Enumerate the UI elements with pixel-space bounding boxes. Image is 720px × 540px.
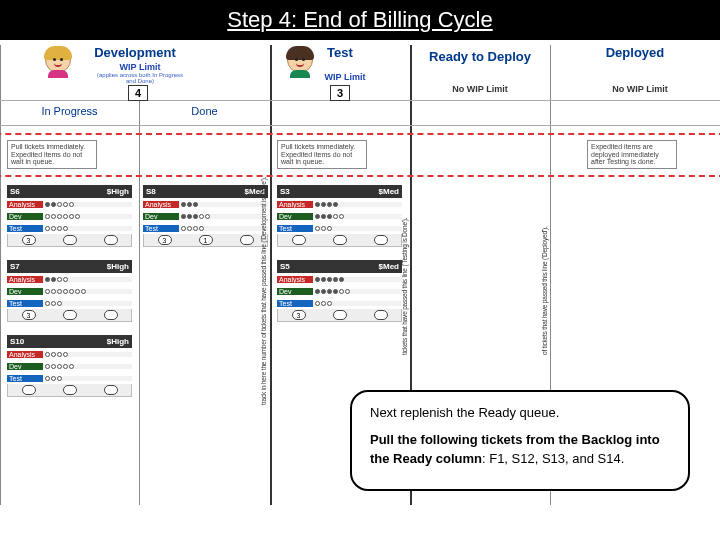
note-test-pull: Pull tickets immediately. Expedited item… <box>277 140 367 169</box>
card-s10-id: S10 <box>10 337 24 346</box>
card-s7: S7$High Analysis Dev Test 3 <box>7 260 132 322</box>
col-deployed: Deployed <box>550 45 720 60</box>
card-s3-id: S3 <box>280 187 290 196</box>
card-s5-est: $Med <box>379 262 399 271</box>
dev-wip-label: WIP Limit <box>110 62 170 72</box>
card-s8: S8$Med Analysis Dev Test 31 <box>143 185 268 247</box>
callout-line2: Pull the following tickets from the Back… <box>370 431 670 469</box>
note-dev-pull: Pull tickets immediately. Expedited item… <box>7 140 97 169</box>
avatar-dev <box>45 47 71 73</box>
card-s10-est: $High <box>107 337 129 346</box>
card-s7-id: S7 <box>10 262 20 271</box>
test-wip-label: WIP Limit <box>315 72 375 82</box>
board-area: Development WIP Limit (applies across bo… <box>0 40 720 540</box>
col-rtd: Ready to Deploy <box>410 50 550 64</box>
expedite-lane-top <box>0 133 720 135</box>
card-s5: S5$Med Analysis Dev Test 3 <box>277 260 402 322</box>
side-deployed: of tickets that have passed this line ('… <box>541 245 548 355</box>
col-test: Test <box>270 45 410 60</box>
slide: Step 4: End of Billing Cycle Development… <box>0 0 720 540</box>
dev-sub-done: Done <box>139 105 270 117</box>
card-s7-est: $High <box>107 262 129 271</box>
instruction-callout: Next replenish the Ready queue. Pull the… <box>350 390 690 491</box>
card-s6: S6$High Analysis Dev Test 3 <box>7 185 132 247</box>
col-development: Development <box>0 45 270 60</box>
slide-title: Step 4: End of Billing Cycle <box>227 7 492 33</box>
card-s8-id: S8 <box>146 187 156 196</box>
side-dev-done: track in here the number of tickets that… <box>260 245 267 405</box>
side-test-done: tickets that have passed this line ('Tes… <box>401 245 408 355</box>
card-s3: S3$Med Analysis Dev Test <box>277 185 402 247</box>
dev-sub-inprogress: In Progress <box>0 105 139 117</box>
title-bar: Step 4: End of Billing Cycle <box>0 0 720 40</box>
test-wip-value: 3 <box>330 85 350 101</box>
card-s10: S10$High Analysis Dev Test <box>7 335 132 397</box>
dev-wip-note: (applies across both In Progress and Don… <box>95 72 185 84</box>
card-s5-id: S5 <box>280 262 290 271</box>
rtd-nowip: No WIP Limit <box>445 85 515 95</box>
callout-line1: Next replenish the Ready queue. <box>370 404 670 423</box>
deployed-nowip: No WIP Limit <box>605 85 675 95</box>
card-s3-est: $Med <box>379 187 399 196</box>
note-deployed: Expedited items are deployed immediately… <box>587 140 677 169</box>
card-s6-est: $High <box>107 187 129 196</box>
card-s6-id: S6 <box>10 187 20 196</box>
expedite-lane-bottom <box>0 175 720 177</box>
dev-wip-value: 4 <box>128 85 148 101</box>
